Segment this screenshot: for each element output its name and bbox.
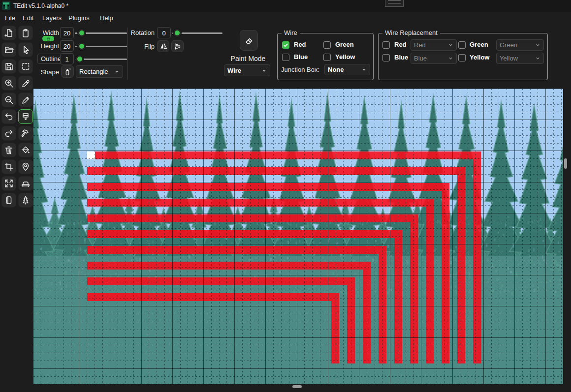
chevron-down-icon [361, 67, 367, 72]
replace-blue-dropdown[interactable]: Blue [411, 53, 457, 64]
new-file-icon [4, 28, 14, 38]
wire-group-title: Wire [282, 29, 300, 36]
menu-file[interactable]: File [4, 12, 16, 25]
hammer-tool-button[interactable] [18, 126, 33, 141]
selection-icon [21, 61, 31, 71]
chevron-down-icon [448, 56, 453, 61]
open-file-button[interactable] [1, 42, 16, 57]
height-slider[interactable] [75, 42, 127, 50]
outline-input[interactable]: 1 [60, 53, 74, 64]
junction-box-label: Junction Box: [281, 66, 319, 73]
outline-slider[interactable] [75, 55, 127, 63]
rotation-input[interactable]: 0 [157, 27, 171, 38]
open-folder-icon [4, 45, 14, 55]
wire-green-label: Green [335, 41, 354, 48]
selection-tool-button[interactable] [18, 59, 33, 74]
window-drag-handle[interactable] [385, 0, 404, 7]
replace-red-checkbox[interactable] [382, 41, 390, 49]
wire-blue-checkbox[interactable] [282, 54, 289, 61]
sofa-icon [21, 179, 31, 188]
window-title: TEdit v5.1.0-alpha0 * [13, 0, 68, 12]
spray-shape-button[interactable] [61, 65, 74, 78]
replace-yellow-dropdown[interactable]: Yellow [496, 53, 544, 64]
menu-plugins[interactable]: Plugins [67, 12, 91, 25]
delete-button[interactable] [1, 143, 16, 157]
fill-bucket-icon [21, 145, 31, 155]
menu-layers[interactable]: Layers [41, 12, 63, 25]
tree-icon [21, 195, 31, 205]
crop-icon [4, 162, 14, 172]
eyedropper-icon [21, 78, 31, 88]
check-icon [283, 42, 288, 48]
expand-arrows-icon [4, 179, 14, 188]
undo-button[interactable] [1, 109, 16, 124]
schematic-button[interactable] [1, 193, 16, 208]
zoom-in-button[interactable] [1, 76, 16, 90]
chevron-down-icon [535, 56, 540, 61]
chevron-down-icon [448, 42, 453, 48]
width-slider[interactable] [75, 29, 127, 37]
pencil-tool-button[interactable] [18, 92, 33, 107]
fill-tool-button[interactable] [18, 143, 33, 157]
flip-horizontal-button[interactable] [157, 40, 169, 52]
paste-button[interactable] [18, 26, 33, 40]
wire-group: Wire Red Green Blue Yellow Junction Box:… [277, 33, 374, 80]
point-tool-button[interactable] [18, 159, 33, 174]
redo-button[interactable] [1, 126, 16, 141]
width-input[interactable]: 20 [60, 27, 74, 38]
flip-vertical-icon [173, 42, 182, 51]
new-file-button[interactable] [1, 26, 16, 40]
aspect-lock-badge[interactable] [42, 36, 54, 41]
flip-horizontal-icon [159, 42, 168, 51]
height-input[interactable]: 20 [60, 40, 74, 52]
wire-blue-label: Blue [294, 53, 308, 60]
expand-button[interactable] [1, 176, 16, 191]
brush-tool-button[interactable] [18, 109, 33, 124]
wire-yellow-checkbox[interactable] [323, 54, 331, 61]
wire-replacement-group: Wire Replacement Red Red Green Green Blu… [378, 33, 548, 80]
world-canvas[interactable] [33, 89, 563, 384]
rotation-slider[interactable] [172, 29, 222, 37]
title-bar: TEdit v5.1.0-alpha0 * [0, 0, 571, 12]
brush-icon [21, 112, 31, 121]
chevron-down-icon [535, 42, 540, 48]
cursor-icon [21, 45, 31, 55]
crop-button[interactable] [1, 159, 16, 174]
zoom-out-icon [4, 95, 14, 105]
menu-edit[interactable]: Edit [22, 12, 34, 25]
app-icon [2, 1, 10, 10]
horizontal-scrollbar-thumb[interactable] [292, 385, 302, 388]
paint-mode-dropdown[interactable]: Wire [224, 64, 270, 76]
wire-green-checkbox[interactable] [323, 41, 331, 49]
replace-green-dropdown[interactable]: Green [496, 39, 544, 51]
book-icon [4, 195, 14, 205]
replace-blue-checkbox[interactable] [382, 54, 390, 61]
replace-green-checkbox[interactable] [458, 41, 466, 49]
save-icon [4, 61, 14, 71]
replace-blue-label: Blue [394, 54, 408, 61]
shape-dropdown[interactable]: Rectangle [76, 65, 123, 78]
replace-yellow-label: Yellow [470, 54, 489, 61]
wire-red-checkbox[interactable] [282, 41, 289, 49]
replace-yellow-checkbox[interactable] [458, 54, 466, 61]
tree-tool-button[interactable] [18, 193, 33, 208]
wire-yellow-label: Yellow [335, 53, 355, 60]
replace-red-label: Red [394, 41, 407, 48]
picker-tool-button[interactable] [18, 76, 33, 90]
flip-label: Flip [141, 43, 155, 50]
chevron-down-icon [261, 68, 267, 73]
paint-mode-label: Paint Mode [225, 55, 271, 62]
panel-divider [127, 28, 128, 80]
replace-red-dropdown[interactable]: Red [411, 39, 457, 51]
wire-replacement-group-title: Wire Replacement [382, 29, 440, 36]
vertical-scrollbar-thumb[interactable] [564, 158, 567, 169]
save-button[interactable] [1, 59, 16, 74]
eraser-mode-button[interactable] [240, 30, 258, 51]
arrow-tool-button[interactable] [18, 42, 33, 57]
replace-green-label: Green [470, 41, 488, 48]
sprite-tool-button[interactable] [18, 176, 33, 191]
junction-box-dropdown[interactable]: None [324, 64, 370, 75]
flip-vertical-button[interactable] [171, 40, 184, 52]
zoom-out-button[interactable] [1, 92, 16, 107]
menu-help[interactable]: Help [99, 12, 114, 25]
